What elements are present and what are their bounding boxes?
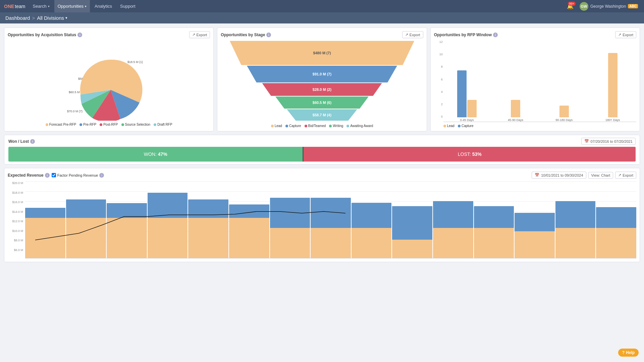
rfp-group-4590: 45-90 Days: [492, 47, 539, 122]
revenue-export-icon: ↗: [618, 173, 621, 177]
rev-bar-14: [555, 188, 596, 258]
won-lost-date-range: 07/20/2016 to 07/20/2021: [591, 139, 633, 143]
revenue-export-button[interactable]: ↗ Export: [615, 172, 636, 179]
legend-awaiting: Awaiting Award: [346, 124, 373, 128]
revenue-date-badge[interactable]: 📅 10/01/2021 to 09/30/2024: [532, 172, 586, 179]
won-pct: 47%: [158, 152, 167, 157]
notification-bell[interactable]: 🔔 99+: [567, 3, 574, 9]
rev-orange-4: [148, 218, 188, 258]
legend-label-writing: Writing: [333, 124, 343, 128]
breadcrumb-root[interactable]: Dashboard: [5, 15, 30, 21]
rfp-label-4590: 45-90 Days: [508, 118, 523, 122]
nav-opportunities-label: Opportunities: [58, 4, 84, 9]
legend-forecast: Forecast Pre-RFP: [46, 123, 76, 126]
legend-label-draft: Draft RFP: [157, 123, 172, 126]
user-badge: ABC: [628, 4, 638, 8]
nav-support[interactable]: Support: [117, 0, 139, 12]
legend-prerfp: Pre-RFP: [79, 123, 96, 126]
stage-export-icon: ↗: [405, 33, 408, 37]
brand-logo: ONEteam: [4, 4, 25, 9]
rev-orange-7: [270, 228, 310, 258]
legend-dot-source: [121, 123, 124, 126]
rev-bar-5: [188, 188, 228, 258]
stage-info-icon[interactable]: i: [266, 33, 271, 37]
won-lost-date-badge[interactable]: 📅 07/20/2016 to 07/20/2021: [581, 138, 636, 145]
rev-bar-13: [515, 188, 555, 258]
user-name: George Washington: [590, 4, 626, 9]
top-card-row: Opportunities by Acquisition Status i ↗ …: [4, 27, 640, 131]
nav-opportunities[interactable]: Opportunities ▾: [54, 0, 90, 12]
breadcrumb-division[interactable]: All Divisions ▾: [37, 15, 67, 21]
user-menu[interactable]: GW George Washington ABC: [578, 2, 640, 11]
user-avatar: GW: [580, 2, 588, 11]
revenue-export-label: Export: [623, 173, 633, 177]
nav-analytics[interactable]: Analytics: [91, 0, 115, 12]
won-lost-title: Won / Lost i: [8, 139, 35, 144]
rev-orange-6: [229, 218, 269, 258]
nav-opportunities-caret: ▾: [85, 5, 87, 8]
revenue-info-icon[interactable]: i: [45, 173, 50, 178]
rev-blue-1: [25, 208, 65, 218]
legend-label-lead: Lead: [275, 124, 282, 128]
legend-dot-bid: [305, 125, 307, 127]
pie-chart-container: $18.5 M (1) $58.7 M (4) $60.5 M (6) $70.…: [8, 40, 210, 126]
rfp-bar-lead-180: [608, 53, 618, 117]
rev-bar-9: [352, 188, 392, 258]
revenue-chart-container: $6.0 M $8.0 M $10.0 M $12.0 M $14.0 M $1…: [8, 181, 636, 258]
legend-dot-writing: [329, 125, 332, 127]
funnel-lead: $480 M (7): [226, 41, 418, 65]
stage-export-button[interactable]: ↗ Export: [402, 31, 423, 38]
rev-bar-8: [311, 188, 351, 258]
rev-orange-1: [25, 218, 65, 258]
rev-orange-8: [311, 228, 351, 258]
legend-dot-draft: [154, 123, 156, 126]
rev-bar-15: [596, 188, 636, 258]
funnel-writing: $60.5 M (6): [272, 97, 372, 109]
breadcrumb-caret: ▾: [65, 16, 67, 20]
lost-label: LOST:: [458, 152, 471, 157]
rfp-legend-label-lead: Lead: [447, 124, 454, 128]
nav-search-caret: ▾: [48, 5, 50, 8]
factor-pending-check[interactable]: Factor Pending Revenue i: [52, 173, 104, 178]
legend-label-capture: Capture: [289, 124, 301, 128]
rfp-legend-dot-capture: [458, 125, 461, 127]
stage-legend: Lead Capture Bid/Teamed Writing Awaiting…: [221, 124, 423, 128]
rfp-group-180: 180+ Days: [589, 47, 636, 122]
acq-export-button[interactable]: ↗ Export: [189, 31, 210, 38]
stage-card: Opportunities by Stage i ↗ Export $480 M…: [217, 27, 427, 131]
rfp-y0: 0: [434, 115, 443, 118]
won-label: WON:: [144, 152, 157, 157]
won-bar: WON: 47%: [8, 147, 303, 162]
rfp-bar-lead-4590: [511, 100, 520, 117]
acq-info-icon[interactable]: i: [77, 33, 82, 37]
legend-dot-postrfp: [100, 123, 102, 126]
rev-bar-11: [433, 188, 473, 258]
legend-label-prerfp: Pre-RFP: [83, 123, 96, 126]
rev-orange-15: [596, 228, 636, 258]
bell-badge: 99+: [568, 2, 576, 6]
rfp-group-90180: 90-180 Days: [540, 47, 588, 122]
legend-writing: Writing: [329, 124, 343, 128]
view-chart-button[interactable]: View: Chart: [588, 172, 613, 179]
rev-orange-11: [433, 228, 473, 258]
rfp-export-button[interactable]: ↗ Export: [615, 31, 636, 38]
rfp-label-180: 180+ Days: [605, 118, 620, 122]
nav-search-label: Search: [33, 4, 46, 9]
factor-checkbox[interactable]: [52, 173, 56, 177]
legend-capture: Capture: [285, 124, 301, 128]
rev-bar-10: [392, 188, 432, 258]
legend-label-awaiting: Awaiting Award: [350, 124, 373, 128]
nav-search[interactable]: Search ▾: [29, 0, 53, 12]
rfp-info-icon[interactable]: i: [493, 33, 498, 37]
breadcrumb-sep: >: [32, 15, 35, 21]
rfp-group-045: 0-45 Days: [443, 47, 491, 122]
rfp-label-90180: 90-180 Days: [555, 118, 573, 122]
won-lost-info-icon[interactable]: i: [30, 139, 35, 144]
factor-info-icon[interactable]: i: [99, 173, 104, 178]
navbar: ONEteam Search ▾ Opportunities ▾ Analyti…: [0, 0, 644, 12]
legend-label-forecast: Forecast Pre-RFP: [49, 123, 76, 126]
revenue-title-text: Expected Revenue: [8, 173, 44, 178]
rfp-bar-capture-045: [467, 100, 477, 117]
funnel-awaiting: $58.7 M (4): [284, 109, 359, 121]
rev-bar-1: [25, 188, 65, 258]
